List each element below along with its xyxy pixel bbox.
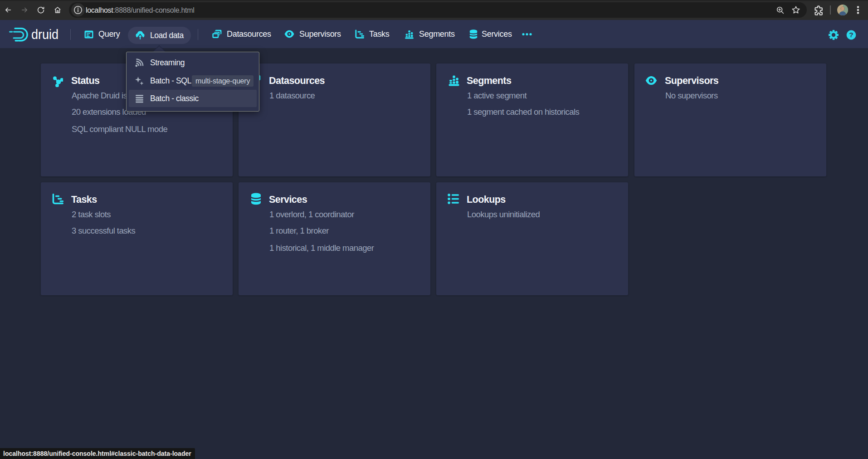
svg-text:?: ? <box>849 31 853 39</box>
